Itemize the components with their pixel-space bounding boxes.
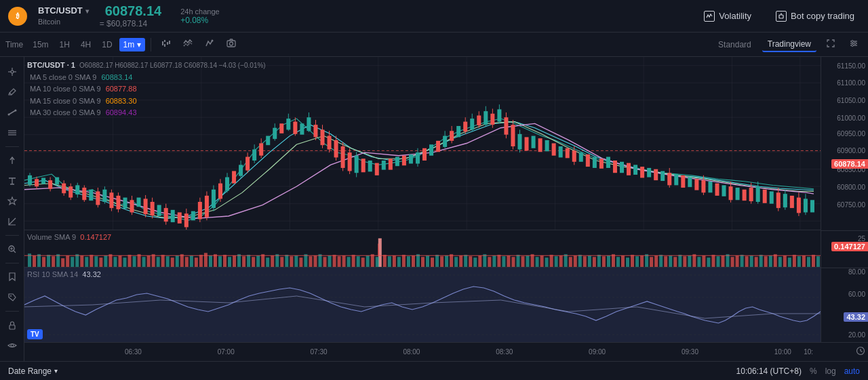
ma5-label: MA 5 close 0 SMA 9 60883.14 xyxy=(27,72,266,84)
svg-rect-304 xyxy=(376,257,379,267)
price-level-60800: 60800.00 xyxy=(837,184,865,191)
svg-rect-233 xyxy=(42,257,45,267)
svg-rect-273 xyxy=(233,255,236,267)
tf-15m[interactable]: 15m xyxy=(28,38,52,51)
volume-bars xyxy=(24,238,821,267)
percent-btn[interactable]: % xyxy=(810,366,817,376)
price-axis-column: 61150.00 61100.00 61050.00 61000.00 6095… xyxy=(821,57,868,342)
tradingview-view-btn[interactable]: Tradingview xyxy=(762,37,816,52)
bot-copy-trading-button[interactable]: Bot copy trading xyxy=(770,8,860,24)
tf-4h[interactable]: 4H xyxy=(77,38,95,51)
svg-rect-188 xyxy=(593,157,597,168)
svg-rect-261 xyxy=(176,255,179,267)
svg-rect-353 xyxy=(612,254,615,267)
volatility-button[interactable]: Volatility xyxy=(698,8,757,24)
svg-rect-294 xyxy=(328,255,332,267)
current-price-tag: 60878.14 xyxy=(831,159,868,169)
svg-rect-390 xyxy=(788,257,791,267)
tf-1h[interactable]: 1H xyxy=(56,38,74,51)
rsi-axis-80: 80.00 xyxy=(848,268,865,276)
tag-tool[interactable] xyxy=(3,288,22,307)
svg-rect-381 xyxy=(745,256,749,267)
price-level-61100: 61100.00 xyxy=(837,79,865,87)
crosshair-tool[interactable] xyxy=(3,62,22,81)
date-range-btn[interactable]: Date Range ▾ xyxy=(8,366,58,376)
chart-type-icon[interactable] xyxy=(157,36,176,53)
svg-rect-337 xyxy=(536,257,539,267)
auto-btn[interactable]: auto xyxy=(844,366,860,376)
coin-icon: ₿ xyxy=(8,7,27,26)
indicator-icon[interactable] xyxy=(178,36,197,53)
lock-tool[interactable] xyxy=(3,316,22,335)
ma15-label: MA 15 close 0 SMA 9 60883.30 xyxy=(27,96,266,108)
svg-rect-141 xyxy=(361,159,366,172)
svg-rect-198 xyxy=(660,171,665,181)
star-tool[interactable] xyxy=(3,192,22,211)
svg-rect-347 xyxy=(583,256,587,267)
svg-rect-305 xyxy=(383,255,387,267)
svg-rect-242 xyxy=(85,257,88,267)
svg-rect-275 xyxy=(242,256,245,267)
tf-1d[interactable]: 1D xyxy=(98,38,116,51)
pencil-tool[interactable] xyxy=(3,83,22,102)
svg-rect-6 xyxy=(167,42,168,45)
svg-rect-352 xyxy=(607,255,610,267)
price-pane[interactable]: BTC/USDT · 1 O60882.17 H60882.17 L60877.… xyxy=(24,57,821,230)
svg-rect-312 xyxy=(416,254,420,267)
text-tool[interactable] xyxy=(3,171,22,190)
svg-rect-374 xyxy=(711,255,715,267)
pair-name[interactable]: BTC/USDT ▾ xyxy=(38,5,89,17)
svg-rect-250 xyxy=(123,257,126,267)
svg-rect-364 xyxy=(664,256,667,267)
svg-point-15 xyxy=(854,43,856,45)
svg-rect-358 xyxy=(635,256,639,267)
measure-tool[interactable] xyxy=(3,212,22,231)
svg-rect-376 xyxy=(722,255,725,267)
change-value: +0.08% xyxy=(180,16,220,25)
svg-rect-7 xyxy=(169,41,170,44)
svg-rect-202 xyxy=(681,175,685,188)
svg-rect-212 xyxy=(736,188,740,200)
svg-rect-272 xyxy=(228,257,231,267)
svg-rect-224 xyxy=(790,196,794,208)
camera-icon[interactable] xyxy=(222,36,241,53)
svg-rect-262 xyxy=(180,254,184,267)
standard-view-btn[interactable]: Standard xyxy=(713,38,757,51)
svg-rect-177 xyxy=(525,137,529,150)
time-10: 10: xyxy=(804,348,813,356)
svg-rect-391 xyxy=(793,255,796,267)
up-arrow-tool[interactable] xyxy=(3,151,22,170)
svg-rect-298 xyxy=(347,257,351,267)
svg-rect-328 xyxy=(492,255,496,267)
svg-rect-116 xyxy=(266,136,270,146)
svg-rect-186 xyxy=(579,152,583,162)
timezone-icon[interactable] xyxy=(856,346,865,358)
log-btn[interactable]: log xyxy=(825,366,836,376)
eye-tool[interactable] xyxy=(3,336,22,355)
svg-rect-339 xyxy=(545,257,549,267)
svg-rect-389 xyxy=(783,255,787,267)
footer: Date Range ▾ 10:06:14 (UTC+8) % log auto xyxy=(0,361,868,380)
current-price: 60878.14 xyxy=(105,3,161,19)
svg-rect-232 xyxy=(37,254,41,267)
svg-rect-207 xyxy=(708,182,712,192)
svg-rect-354 xyxy=(616,257,620,267)
bookmark-tool[interactable] xyxy=(3,268,22,287)
expand-icon[interactable] xyxy=(822,37,840,52)
svg-rect-317 xyxy=(440,256,443,267)
svg-rect-311 xyxy=(412,255,415,267)
line-tool[interactable] xyxy=(3,103,22,122)
settings-icon[interactable] xyxy=(845,37,863,52)
volume-chart-svg xyxy=(24,230,821,267)
zoom-tool[interactable] xyxy=(3,240,22,259)
svg-rect-253 xyxy=(138,254,141,267)
price-level-61050: 61050.00 xyxy=(837,97,865,104)
svg-rect-260 xyxy=(171,257,174,267)
svg-rect-190 xyxy=(606,157,610,168)
draw-icon[interactable] xyxy=(200,36,219,53)
tf-1m[interactable]: 1m ▾ xyxy=(119,38,145,51)
svg-rect-384 xyxy=(760,255,763,267)
svg-rect-329 xyxy=(497,255,500,267)
svg-rect-302 xyxy=(366,255,370,267)
hline-tool[interactable] xyxy=(3,123,22,142)
